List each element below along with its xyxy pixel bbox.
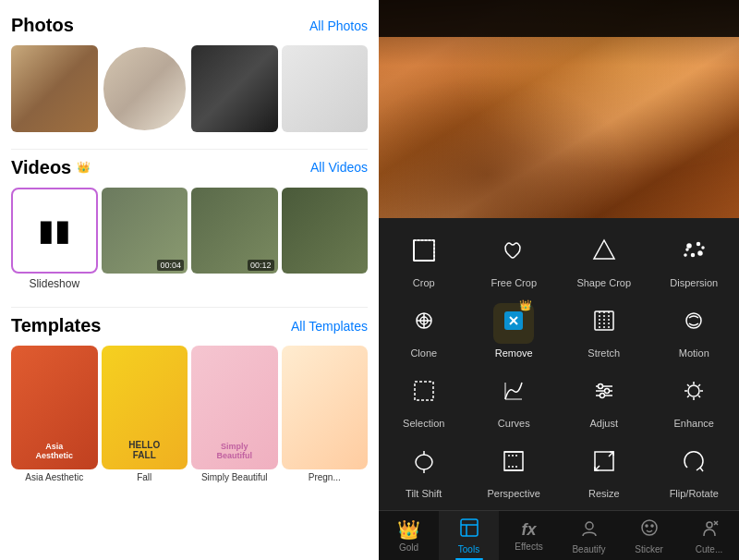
videos-section-header: Videos 👑 All Videos	[11, 157, 368, 178]
nav-tools[interactable]: Tools	[439, 511, 499, 560]
template-item[interactable]: AsiaAesthetic Asia Aesthetic	[11, 346, 98, 482]
tool-free-crop[interactable]: Free Crop	[469, 225, 560, 296]
svg-point-11	[702, 247, 704, 249]
svg-rect-45	[504, 452, 523, 470]
nav-gold[interactable]: 👑 Gold	[379, 511, 439, 560]
top-bar	[379, 0, 739, 37]
svg-point-56	[586, 522, 593, 530]
effects-icon: fx	[521, 520, 536, 540]
tools-grid: Crop Free Crop	[379, 225, 739, 506]
clone-icon	[410, 307, 438, 341]
template-label: Simply Beautiful	[191, 472, 278, 482]
svg-rect-25	[415, 382, 433, 400]
templates-grid: AsiaAesthetic Asia Aesthetic HELLOFALL F…	[11, 346, 368, 482]
nav-cutout[interactable]: Cute...	[679, 511, 739, 560]
photos-grid	[11, 45, 368, 132]
photo-item[interactable]	[191, 45, 278, 132]
nav-beautify[interactable]: Beautify	[559, 511, 619, 560]
svg-point-59	[651, 525, 653, 527]
slideshow-label: Slideshow	[11, 277, 98, 290]
crop-icon	[410, 237, 438, 271]
shape-crop-label: Shape Crop	[576, 277, 631, 288]
nav-effects[interactable]: fx Effects	[499, 511, 559, 560]
all-templates-link[interactable]: All Templates	[291, 319, 368, 334]
gold-icon: 👑	[397, 518, 420, 541]
motion-icon	[680, 307, 708, 341]
clone-icon-wrapper	[404, 303, 444, 344]
dispersion-icon-wrapper	[673, 233, 714, 274]
tool-adjust[interactable]: Adjust	[559, 366, 649, 436]
svg-line-41	[698, 384, 700, 386]
all-photos-link[interactable]: All Photos	[309, 18, 368, 33]
template-label: Pregn...	[282, 472, 369, 482]
tools-icon	[459, 517, 479, 542]
nav-sticker[interactable]: Sticker	[619, 511, 679, 560]
svg-line-40	[698, 396, 700, 397]
tool-curves[interactable]: Curves	[469, 366, 560, 436]
remove-crown-icon: 👑	[519, 299, 532, 311]
stretch-icon-wrapper	[584, 303, 624, 344]
tool-clone[interactable]: Clone	[379, 296, 469, 366]
tool-perspective[interactable]: Perspective	[469, 436, 560, 506]
all-videos-link[interactable]: All Videos	[310, 160, 368, 175]
svg-rect-53	[461, 519, 478, 536]
shape-crop-icon	[590, 237, 618, 271]
tool-motion[interactable]: Motion	[649, 296, 740, 366]
stretch-icon	[590, 307, 618, 341]
template-item[interactable]: SimplyBeautiful Simply Beautiful	[191, 346, 278, 482]
templates-section: Templates All Templates AsiaAesthetic As…	[11, 315, 368, 482]
tool-stretch[interactable]: Stretch	[559, 296, 649, 366]
tool-remove[interactable]: 👑 Remove	[469, 296, 560, 366]
tilt-shift-icon	[410, 447, 438, 481]
adjust-icon	[590, 377, 618, 411]
adjust-icon-wrapper	[584, 373, 624, 414]
sticker-label: Sticker	[635, 544, 663, 554]
crown-icon: 👑	[77, 161, 91, 174]
right-panel: Crop Free Crop	[379, 0, 739, 560]
photos-title: Photos	[11, 15, 74, 36]
tool-selection[interactable]: Selection	[379, 366, 469, 436]
tool-shape-crop[interactable]: Shape Crop	[559, 225, 649, 296]
template-item[interactable]: HELLOFALL Fall	[102, 346, 188, 482]
template-item[interactable]: Pregn...	[282, 346, 369, 482]
tool-dispersion[interactable]: Dispersion	[649, 225, 740, 296]
videos-section: Videos 👑 All Videos ▮▮ Slideshow 00:04 0…	[11, 157, 368, 291]
svg-point-33	[600, 393, 604, 397]
tool-enhance[interactable]: Enhance	[649, 366, 740, 436]
template-label: Asia Aesthetic	[11, 472, 98, 482]
enhance-label: Enhance	[674, 418, 714, 429]
video-item[interactable]: 00:04	[102, 188, 188, 274]
free-crop-icon	[500, 237, 527, 271]
tool-flip-rotate[interactable]: Flip/Rotate	[649, 436, 740, 506]
tool-resize[interactable]: Resize	[559, 436, 649, 506]
photos-section-header: Photos All Photos	[11, 15, 368, 36]
template-inner-text: SimplyBeautiful	[191, 442, 278, 460]
selection-label: Selection	[403, 418, 444, 429]
selection-icon	[410, 377, 438, 411]
video-item[interactable]: 00:12	[191, 188, 278, 274]
template-label: Fall	[102, 472, 188, 482]
enhance-icon	[680, 377, 708, 411]
videos-grid: ▮▮ Slideshow 00:04 00:12	[11, 188, 368, 291]
beautify-label: Beautify	[572, 544, 605, 554]
tilt-shift-label: Tilt Shift	[406, 488, 442, 499]
photo-item[interactable]	[11, 45, 98, 132]
svg-point-57	[642, 520, 657, 535]
video-item[interactable]	[282, 188, 369, 274]
resize-icon	[590, 447, 618, 481]
resize-label: Resize	[588, 488, 620, 499]
svg-point-7	[697, 242, 700, 245]
selection-icon-wrapper	[404, 373, 444, 414]
photo-item[interactable]	[102, 45, 188, 132]
svg-point-31	[598, 383, 602, 388]
dispersion-label: Dispersion	[670, 277, 718, 288]
tools-label: Tools	[458, 544, 479, 554]
tool-tilt-shift[interactable]: Tilt Shift	[379, 436, 469, 506]
video-item-slideshow[interactable]: ▮▮ Slideshow	[11, 188, 98, 291]
remove-label: Remove	[495, 347, 533, 359]
beautify-icon	[579, 517, 600, 542]
enhance-icon-wrapper	[673, 373, 714, 414]
tilt-shift-icon-wrapper	[404, 444, 444, 484]
photo-item[interactable]	[282, 45, 369, 132]
tool-crop[interactable]: Crop	[379, 225, 469, 296]
